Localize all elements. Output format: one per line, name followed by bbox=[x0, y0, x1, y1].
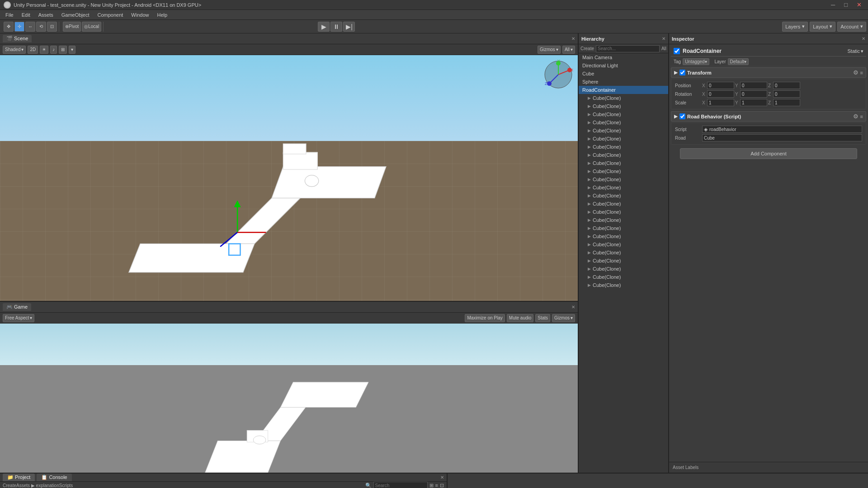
project-search-input[interactable] bbox=[373, 482, 428, 488]
hierarchy-item[interactable]: RoadContainer bbox=[579, 86, 668, 94]
project-close[interactable]: ✕ bbox=[440, 475, 444, 480]
local-button[interactable]: ◎ Local bbox=[82, 22, 101, 32]
game-viewport[interactable] bbox=[0, 324, 578, 473]
hierarchy-item[interactable]: ▶Cube(Clone) bbox=[579, 249, 668, 257]
hierarchy-item[interactable]: ▶Cube(Clone) bbox=[579, 192, 668, 200]
window-controls[interactable]: ─ □ ✕ bbox=[828, 1, 864, 8]
hierarchy-item[interactable]: ▶Cube(Clone) bbox=[579, 232, 668, 240]
rotation-z-input[interactable] bbox=[773, 90, 800, 98]
hierarchy-item[interactable]: ▶Cube(Clone) bbox=[579, 224, 668, 232]
add-component-button[interactable]: Add Component bbox=[680, 148, 857, 159]
rotation-y-input[interactable] bbox=[740, 90, 767, 98]
menu-window[interactable]: Window bbox=[127, 11, 152, 19]
project-view-icon2[interactable]: ≡ bbox=[435, 483, 438, 488]
hierarchy-item[interactable]: ▶Cube(Clone) bbox=[579, 110, 668, 118]
hierarchy-item[interactable]: ▶Cube(Clone) bbox=[579, 102, 668, 110]
pause-button[interactable]: ⏸ bbox=[330, 22, 342, 32]
hierarchy-item[interactable]: ▶Cube(Clone) bbox=[579, 175, 668, 183]
menu-assets[interactable]: Assets bbox=[35, 11, 57, 19]
road-behavior-header[interactable]: ▶ Road Behavior (Script) ⚙ ≡ bbox=[671, 111, 866, 122]
scene-viewport[interactable]: X Y Z bbox=[0, 55, 578, 301]
position-z-input[interactable] bbox=[773, 82, 800, 89]
menu-file[interactable]: File bbox=[2, 11, 17, 19]
hierarchy-close[interactable]: ✕ bbox=[662, 36, 665, 41]
scale-x-input[interactable] bbox=[707, 99, 734, 106]
hierarchy-item[interactable]: ▶Cube(Clone) bbox=[579, 281, 668, 289]
scene-close[interactable]: ✕ bbox=[571, 36, 575, 41]
hierarchy-item[interactable]: ▶Cube(Clone) bbox=[579, 159, 668, 167]
scale-y-input[interactable] bbox=[740, 99, 767, 106]
menu-component[interactable]: Component bbox=[94, 11, 127, 19]
hand-tool-button[interactable]: ✥ bbox=[4, 22, 14, 32]
hierarchy-item[interactable]: ▶Cube(Clone) bbox=[579, 183, 668, 192]
hierarchy-item[interactable]: ▶Cube(Clone) bbox=[579, 135, 668, 143]
layers-dropdown[interactable]: Layers ▾ bbox=[782, 22, 808, 32]
hierarchy-create-button[interactable]: Create bbox=[580, 46, 594, 51]
shading-mode-dropdown[interactable]: Shaded▾ bbox=[3, 46, 26, 54]
transform-settings-icon[interactable]: ⚙ bbox=[853, 69, 859, 76]
game-close[interactable]: ✕ bbox=[571, 305, 575, 310]
hierarchy-item[interactable]: ▶Cube(Clone) bbox=[579, 200, 668, 208]
project-view-icon3[interactable]: ⊡ bbox=[440, 483, 444, 488]
stats-button[interactable]: Stats bbox=[535, 314, 550, 322]
menu-gameobject[interactable]: GameObject bbox=[58, 11, 93, 19]
hierarchy-item[interactable]: ▶Cube(Clone) bbox=[579, 208, 668, 216]
account-dropdown[interactable]: Account ▾ bbox=[837, 22, 866, 32]
game-gizmos-dropdown[interactable]: Gizmos▾ bbox=[552, 314, 575, 322]
pivot-button[interactable]: ⊕ Pivot bbox=[63, 22, 81, 32]
hierarchy-item[interactable]: ▶Cube(Clone) bbox=[579, 216, 668, 224]
hierarchy-item[interactable]: ▶Cube(Clone) bbox=[579, 143, 668, 151]
project-view-icon1[interactable]: ⊞ bbox=[429, 483, 434, 488]
hierarchy-item[interactable]: ▶Cube(Clone) bbox=[579, 94, 668, 102]
layout-dropdown[interactable]: Layout ▾ bbox=[810, 22, 835, 32]
step-button[interactable]: ▶| bbox=[343, 22, 355, 32]
hierarchy-item[interactable]: ▶Cube(Clone) bbox=[579, 240, 668, 249]
gizmos-dropdown[interactable]: Gizmos▾ bbox=[538, 46, 561, 54]
hidden-dropdown[interactable]: ▾ bbox=[69, 46, 75, 54]
hierarchy-item[interactable]: ▶Cube(Clone) bbox=[579, 127, 668, 135]
hierarchy-search-input[interactable] bbox=[596, 45, 660, 52]
road-behavior-active-checkbox[interactable] bbox=[679, 113, 685, 119]
hierarchy-item[interactable]: Main Camera bbox=[579, 53, 668, 61]
tag-dropdown[interactable]: Untagged▾ bbox=[683, 58, 709, 65]
lighting-button[interactable]: ☀ bbox=[40, 46, 48, 54]
transform-header[interactable]: ▶ Transform ⚙ ≡ bbox=[671, 67, 866, 78]
all-dropdown[interactable]: All▾ bbox=[562, 46, 575, 54]
aspect-ratio-dropdown[interactable]: Free Aspect▾ bbox=[3, 314, 34, 322]
script-value[interactable]: ◈ roadBehavior bbox=[702, 126, 862, 133]
effects-button[interactable]: ⊞ bbox=[59, 46, 67, 54]
rotate-tool-button[interactable]: ↔ bbox=[25, 22, 35, 32]
rotation-x-input[interactable] bbox=[707, 90, 734, 98]
minimize-button[interactable]: ─ bbox=[828, 1, 838, 8]
project-create-button[interactable]: Create bbox=[3, 483, 16, 488]
console-tab[interactable]: 📋 Console bbox=[37, 474, 71, 481]
hierarchy-item[interactable]: ▶Cube(Clone) bbox=[579, 257, 668, 265]
object-active-checkbox[interactable] bbox=[674, 48, 680, 54]
road-value[interactable]: Cube bbox=[702, 134, 862, 141]
maximize-on-play-button[interactable]: Maximize on Play bbox=[465, 314, 505, 322]
menu-edit[interactable]: Edit bbox=[18, 11, 34, 19]
position-x-input[interactable] bbox=[707, 82, 734, 89]
move-tool-button[interactable]: ✢ bbox=[14, 22, 24, 32]
layer-dropdown[interactable]: Default▾ bbox=[728, 58, 749, 65]
scene-tab[interactable]: 🎬 Scene bbox=[3, 35, 32, 42]
hierarchy-item[interactable]: ▶Cube(Clone) bbox=[579, 151, 668, 159]
close-button[interactable]: ✕ bbox=[854, 1, 864, 8]
mute-audio-button[interactable]: Mute audio bbox=[507, 314, 533, 322]
hierarchy-item[interactable]: ▶Cube(Clone) bbox=[579, 167, 668, 175]
transform-menu-icon[interactable]: ≡ bbox=[860, 70, 863, 75]
hierarchy-item[interactable]: ▶Cube(Clone) bbox=[579, 118, 668, 127]
view-2d-button[interactable]: 2D bbox=[28, 46, 38, 54]
scale-z-input[interactable] bbox=[773, 99, 800, 106]
game-tab[interactable]: 🎮 Game bbox=[3, 303, 31, 311]
inspector-close[interactable]: ✕ bbox=[862, 36, 865, 41]
audio-button[interactable]: ♪ bbox=[50, 46, 57, 54]
road-behavior-menu-icon[interactable]: ≡ bbox=[860, 114, 863, 119]
transform-active-checkbox[interactable] bbox=[679, 70, 685, 75]
road-behavior-settings-icon[interactable]: ⚙ bbox=[853, 113, 859, 120]
scale-tool-button[interactable]: ⟲ bbox=[36, 22, 46, 32]
hierarchy-item[interactable]: Sphere bbox=[579, 78, 668, 86]
play-button[interactable]: ▶ bbox=[318, 22, 330, 32]
position-y-input[interactable] bbox=[740, 82, 767, 89]
maximize-button[interactable]: □ bbox=[841, 1, 850, 8]
